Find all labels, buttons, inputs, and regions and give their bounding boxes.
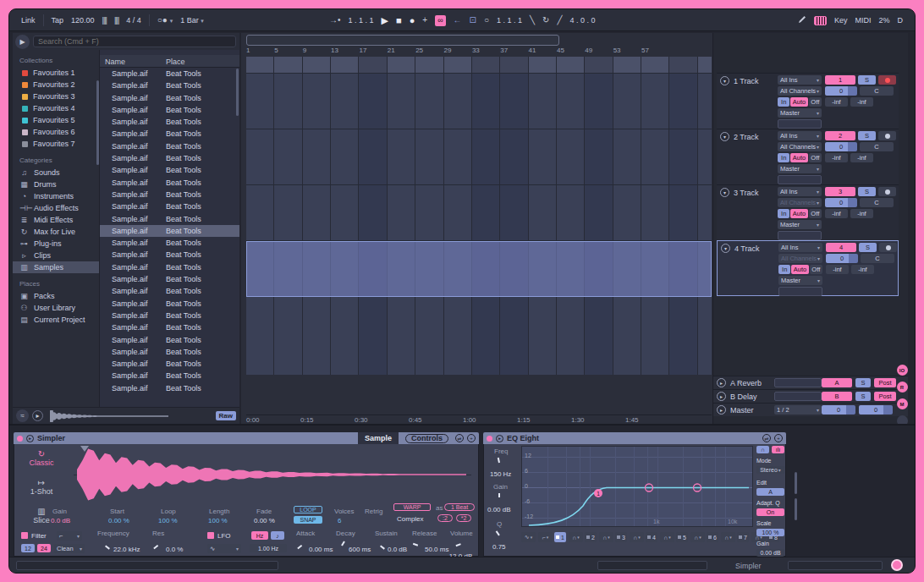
analyze-icon[interactable]: ılı: [772, 446, 784, 453]
input-channel-menu[interactable]: All Channels: [778, 142, 822, 151]
band-filter-type-menu[interactable]: ∩: [721, 532, 735, 542]
monitor-auto-button[interactable]: Auto: [790, 209, 807, 218]
category-item[interactable]: ♫ Sounds: [13, 167, 99, 178]
master-volume-slider[interactable]: 0: [859, 405, 893, 415]
quantize-menu[interactable]: 1 Bar ▾: [180, 16, 204, 25]
return-input-field[interactable]: [774, 392, 822, 401]
nudge-up-button[interactable]: ||||: [114, 16, 118, 25]
punch-out-icon[interactable]: ╱: [557, 16, 562, 25]
search-input[interactable]: [33, 36, 236, 47]
lfo-hz-button[interactable]: Hz: [251, 531, 268, 540]
sample-display[interactable]: [74, 446, 471, 503]
band-activator[interactable]: 4: [646, 532, 657, 542]
file-row[interactable]: Sample.aif Beat Tools: [100, 104, 239, 116]
hot-swap-preset-icon[interactable]: ⇄: [762, 434, 771, 442]
nudge-down-button[interactable]: ||||: [102, 16, 107, 25]
hot-swap-sample-icon[interactable]: ⇄: [455, 434, 464, 442]
mixer-section-toggle[interactable]: M: [897, 398, 908, 409]
crossfade-assign[interactable]: C: [860, 198, 894, 207]
arm-button[interactable]: [878, 75, 896, 85]
output-gain-value[interactable]: 0.00 dB: [756, 549, 784, 557]
collection-item[interactable]: Favourites 4: [13, 102, 99, 114]
track-header[interactable]: ▾3 Track All Ins All Channels In Auto Of…: [717, 184, 899, 240]
session-record-button[interactable]: ∞: [435, 15, 445, 26]
decay-value[interactable]: 600 ms: [349, 546, 371, 553]
playback-mode-1-shot[interactable]: ↦1-Shot: [14, 478, 69, 496]
volume-field[interactable]: -inf: [851, 265, 874, 274]
return-track-row[interactable]: ▸B Delay B S Post: [713, 389, 908, 403]
preview-play-icon[interactable]: ▸: [32, 410, 43, 421]
loop-toggle-icon[interactable]: ↻: [542, 16, 549, 25]
volume-field[interactable]: -inf: [850, 97, 873, 107]
key-map-button[interactable]: Key: [834, 16, 848, 25]
lfo-rate-value[interactable]: 1.00 Hz: [250, 544, 287, 552]
band-filter-type-menu[interactable]: ∩: [660, 532, 674, 542]
file-row[interactable]: Sample.aif Beat Tools: [100, 189, 239, 200]
pan-slider[interactable]: 0: [825, 86, 857, 96]
capture-midi-icon[interactable]: +: [422, 16, 427, 25]
simpler-title-bar[interactable]: ▸ Simpler Sample Controls ⇄ +: [14, 432, 479, 444]
category-item[interactable]: ▹ Clips: [13, 250, 99, 261]
file-row[interactable]: Sample.aif Beat Tools: [100, 213, 239, 225]
pan-slider[interactable]: 0: [826, 254, 858, 263]
arrangement-position-field[interactable]: 1 . 1 . 1: [349, 16, 374, 25]
band-filter-type-menu[interactable]: ⌐: [538, 532, 553, 542]
track-delay-field[interactable]: [778, 175, 822, 184]
return-track-row[interactable]: ▸A Reverb A S Post: [713, 376, 908, 389]
solo-button[interactable]: S: [858, 75, 876, 85]
file-row[interactable]: Sample.aif Beat Tools: [100, 358, 239, 370]
filter-slope-24-button[interactable]: 24: [37, 544, 51, 552]
category-item[interactable]: ⊣⊢ Audio Effects: [13, 202, 99, 214]
solo-button[interactable]: S: [858, 187, 876, 196]
file-list-scrollbar[interactable]: [236, 69, 239, 116]
start-value[interactable]: 0.00 %: [108, 517, 129, 524]
arrangement-overview[interactable]: [246, 35, 559, 46]
device-on-toggle[interactable]: [17, 436, 23, 442]
edit-ab-button[interactable]: A: [756, 488, 784, 496]
lfo-shape-menu[interactable]: ∿: [207, 544, 241, 553]
monitor-in-button[interactable]: In: [778, 209, 789, 218]
place-item[interactable]: ⚇ User Library: [13, 302, 99, 314]
scrub-area[interactable]: [246, 57, 712, 73]
warp-double-button[interactable]: *2: [456, 514, 471, 522]
volume-field[interactable]: -inf: [825, 153, 848, 162]
track-activator[interactable]: 1: [825, 75, 855, 85]
monitor-off-button[interactable]: Off: [809, 97, 822, 107]
metronome-icon[interactable]: ○● ▾: [157, 16, 173, 25]
file-row[interactable]: Sample.aif Beat Tools: [100, 128, 239, 140]
monitor-in-button[interactable]: In: [778, 153, 789, 162]
filter-slope-12-button[interactable]: 12: [21, 544, 35, 552]
eq-spectrum-display[interactable]: 1260-6-12 1k 10k 1: [521, 446, 753, 527]
fold-icon[interactable]: ▸: [717, 405, 726, 415]
filter-freq-value[interactable]: 22.0 kHz: [113, 546, 140, 553]
eq-freq-value[interactable]: 150 Hz: [490, 470, 511, 478]
arrangement-grid[interactable]: [246, 73, 712, 375]
automation-mode-icon[interactable]: ⊡: [470, 16, 476, 25]
post-toggle[interactable]: Post: [874, 392, 896, 401]
input-type-menu[interactable]: All Ins: [778, 131, 822, 140]
mode-menu[interactable]: Stereo: [756, 466, 784, 474]
category-item[interactable]: ⊶ Plug-ins: [13, 238, 99, 250]
band-activator[interactable]: 7: [737, 532, 749, 542]
column-header-place[interactable]: Place: [166, 58, 185, 66]
filter-type-menu[interactable]: ⌐: [57, 531, 82, 541]
track-activator[interactable]: 4: [826, 243, 856, 252]
category-item[interactable]: ▥ Samples: [13, 261, 99, 273]
beat-time-ruler[interactable]: 159131721252933374145495357: [246, 47, 669, 57]
output-menu[interactable]: Master: [778, 276, 822, 285]
file-row[interactable]: Sample.aif Beat Tools: [100, 80, 239, 91]
monitor-in-button[interactable]: In: [778, 265, 790, 274]
track-delay-field[interactable]: [778, 287, 822, 296]
post-toggle[interactable]: Post: [874, 378, 896, 387]
volume-field[interactable]: -inf: [825, 209, 848, 218]
filter-res-value[interactable]: 0.0 %: [166, 546, 183, 553]
save-preset-icon[interactable]: +: [774, 434, 783, 442]
band-filter-type-menu[interactable]: ∩: [690, 532, 705, 542]
tab-sample[interactable]: Sample: [358, 432, 399, 444]
tempo-field[interactable]: 120.00: [71, 16, 95, 25]
hot-swap-icon[interactable]: ≈: [16, 409, 29, 422]
io-section-toggle[interactable]: IO: [897, 365, 908, 376]
eq-gain-value[interactable]: 0.00 dB: [487, 506, 511, 513]
collection-item[interactable]: Favourites 2: [13, 79, 99, 91]
file-row[interactable]: Sample.aif Beat Tools: [100, 273, 239, 285]
